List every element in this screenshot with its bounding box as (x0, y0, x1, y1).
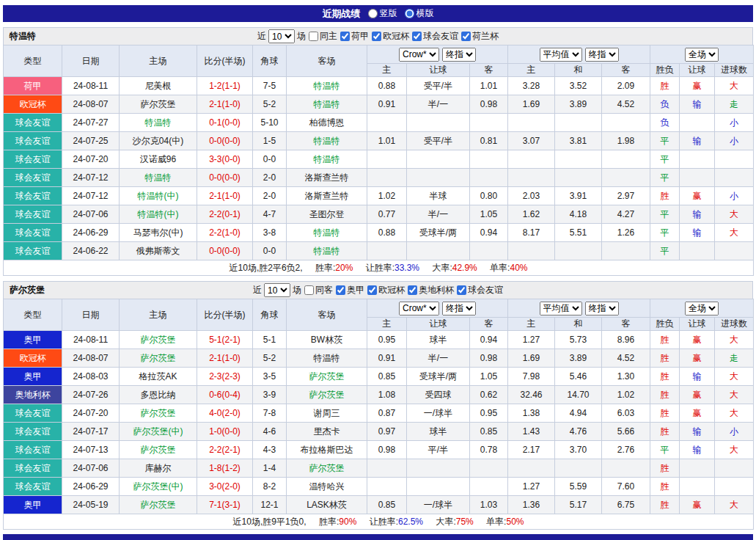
final-index-select-2[interactable]: 终指 (585, 48, 619, 62)
league-checkbox-3[interactable] (457, 285, 466, 295)
match-count-select[interactable]: 10 (264, 283, 290, 297)
average-select[interactable]: 平均值 (540, 302, 582, 315)
same-venue-filter[interactable]: 同客 (304, 284, 333, 296)
home-team[interactable]: 萨尔茨堡 (120, 331, 197, 349)
view-option-horizontal[interactable]: 横版 (405, 7, 434, 20)
league-filter-3[interactable]: 荷兰杯 (460, 30, 499, 43)
league-checkbox-1[interactable] (372, 32, 381, 41)
final-index-select[interactable]: 终指 (442, 302, 476, 315)
league-checkbox-2[interactable] (412, 32, 422, 41)
match-score[interactable]: 1-0(0-0) (197, 423, 253, 441)
away-team[interactable]: 萨尔茨堡 (287, 368, 367, 386)
home-team[interactable]: 萨尔茨堡(中) (120, 423, 197, 441)
avg-draw-odds: 14.70 (555, 386, 602, 404)
away-team[interactable]: 温特哈兴 (287, 478, 367, 496)
match-score[interactable]: 2-3(2-3) (197, 368, 253, 386)
final-index-select[interactable]: 终指 (442, 48, 476, 62)
league-checkbox-1[interactable] (367, 285, 377, 295)
match-score[interactable]: 2-1(1-0) (197, 349, 253, 368)
match-score[interactable]: 0-6(0-4) (197, 386, 253, 404)
match-count-select[interactable]: 10 (268, 29, 295, 43)
league-checkbox-2[interactable] (408, 285, 417, 295)
away-team[interactable]: 特温特 (287, 150, 367, 169)
same-venue-filter[interactable]: 同主 (308, 30, 337, 43)
home-team[interactable]: 萨尔茨堡(中) (120, 478, 197, 496)
home-team[interactable]: 汉诺威96 (120, 150, 197, 169)
away-team[interactable]: 特温特 (287, 77, 367, 95)
home-team[interactable]: 多恩比纳 (120, 386, 197, 404)
home-team[interactable]: 特温特 (120, 169, 197, 187)
odds-home (367, 150, 407, 169)
odds-away: 0.80 (470, 187, 508, 205)
away-team[interactable]: 谢周三 (287, 404, 367, 423)
match-score[interactable]: 3-0(2-0) (197, 478, 253, 496)
home-team[interactable]: 马瑟韦尔(中) (120, 224, 197, 242)
match-score[interactable]: 1-8(1-2) (197, 459, 253, 478)
match-score[interactable]: 0-0(0-0) (197, 132, 253, 150)
away-team[interactable]: BW林茨 (287, 331, 367, 349)
match-score[interactable]: 7-1(3-1) (197, 496, 253, 514)
match-score[interactable]: 1-2(1-1) (197, 77, 253, 95)
league-checkbox-0[interactable] (336, 285, 345, 295)
match-score[interactable]: 2-2(1-0) (197, 224, 253, 242)
league-filter-3[interactable]: 球会友谊 (456, 284, 503, 296)
average-select[interactable]: 平均值 (540, 48, 582, 62)
league-checkbox-3[interactable] (461, 32, 471, 41)
away-team[interactable]: 洛斯查兰特 (287, 169, 367, 187)
home-team[interactable]: 沙尔克04(中) (120, 132, 197, 150)
away-team[interactable]: 布拉格斯巴达 (287, 441, 367, 459)
league-checkbox-0[interactable] (340, 32, 350, 41)
view-option-vertical[interactable]: 竖版 (368, 7, 397, 20)
fulltime-select[interactable]: 全场 (685, 48, 719, 62)
same-venue-checkbox[interactable] (304, 285, 314, 295)
match-score[interactable]: 5-1(2-1) (197, 331, 253, 349)
home-team[interactable]: 特温特 (120, 114, 197, 132)
league-filter-1[interactable]: 欧冠杯 (367, 284, 405, 296)
home-team[interactable]: 尼美根 (120, 77, 197, 95)
away-team[interactable]: 特温特 (287, 132, 367, 150)
match-score[interactable]: 2-2(0-1) (197, 205, 253, 224)
away-team[interactable]: 特温特 (287, 95, 367, 114)
match-score[interactable]: 2-1(1-0) (197, 187, 253, 205)
horizontal-radio[interactable] (405, 9, 414, 18)
away-team[interactable]: LASK林茨 (287, 496, 367, 514)
vertical-radio[interactable] (368, 9, 378, 18)
same-venue-checkbox[interactable] (309, 32, 318, 41)
league-filter-0[interactable]: 奥甲 (335, 284, 364, 296)
home-team[interactable]: 特温特(中) (120, 205, 197, 224)
home-team[interactable]: 萨尔茨堡 (120, 496, 197, 514)
final-index-select-2[interactable]: 终指 (585, 302, 619, 315)
home-team[interactable]: 萨尔茨堡 (120, 349, 197, 368)
away-team[interactable]: 萨尔茨堡 (287, 459, 367, 478)
league-filter-2[interactable]: 奥地利杯 (407, 284, 454, 296)
match-score[interactable]: 0-1(0-0) (197, 114, 253, 132)
match-score[interactable]: 0-0(0-0) (197, 169, 253, 187)
match-score[interactable]: 3-3(0-0) (197, 150, 253, 169)
away-team[interactable]: 特温特 (287, 224, 367, 242)
bookmaker-select[interactable]: Crow* (399, 48, 439, 62)
away-team[interactable]: 萨尔茨堡 (287, 386, 367, 404)
fulltime-select[interactable]: 全场 (685, 302, 719, 315)
home-team[interactable]: 库赫尔 (120, 459, 197, 478)
away-team[interactable]: 洛斯查兰特 (287, 187, 367, 205)
league-filter-0[interactable]: 荷甲 (340, 30, 369, 43)
league-filter-1[interactable]: 欧冠杯 (371, 30, 409, 43)
away-team[interactable]: 圣图尔登 (287, 205, 367, 224)
away-team[interactable]: 特温特 (287, 242, 367, 260)
home-team[interactable]: 萨尔茨堡 (120, 441, 197, 459)
league-filter-2[interactable]: 球会友谊 (411, 30, 458, 43)
match-date: 24-08-11 (62, 331, 120, 349)
home-team[interactable]: 萨尔茨堡 (120, 95, 197, 114)
home-team[interactable]: 格拉茨AK (120, 368, 197, 386)
home-team[interactable]: 特温特(中) (120, 187, 197, 205)
match-score[interactable]: 2-1(1-0) (197, 95, 253, 114)
match-score[interactable]: 4-0(2-0) (197, 404, 253, 423)
home-team[interactable]: 俄弗斯蒂文 (120, 242, 197, 260)
away-team[interactable]: 里杰卡 (287, 423, 367, 441)
match-score[interactable]: 0-0(0-0) (197, 242, 253, 260)
home-team[interactable]: 萨尔茨堡 (120, 404, 197, 423)
bookmaker-select[interactable]: Crow* (399, 302, 439, 315)
away-team[interactable]: 柏德博恩 (287, 114, 367, 132)
match-score[interactable]: 2-2(2-1) (197, 441, 253, 459)
away-team[interactable]: 特温特 (287, 349, 367, 368)
